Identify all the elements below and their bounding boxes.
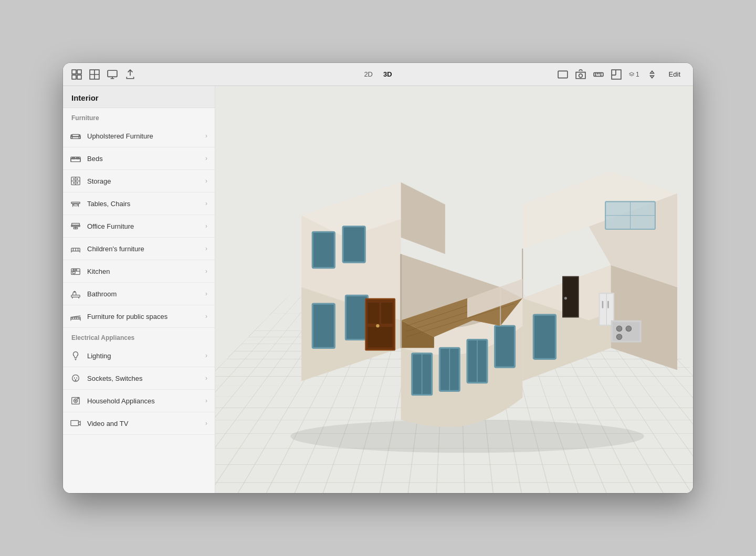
sidebar-item-lighting[interactable]: Lighting ›: [63, 345, 215, 367]
svg-rect-128: [563, 277, 578, 317]
svg-rect-108: [343, 227, 365, 262]
edit-button[interactable]: Edit: [665, 69, 685, 79]
chevron-icon: ›: [205, 177, 207, 185]
svg-rect-10: [558, 71, 568, 78]
svg-rect-1: [77, 70, 81, 74]
children-icon: [69, 242, 82, 255]
sidebar-item-children[interactable]: Children's furniture ›: [63, 238, 215, 260]
svg-point-137: [616, 326, 622, 332]
layers-icon[interactable]: 1: [629, 69, 639, 80]
sidebar-header: Interior: [63, 86, 215, 108]
svg-marker-105: [401, 183, 445, 254]
sockets-icon: [69, 372, 82, 384]
svg-rect-0: [72, 70, 76, 74]
svg-point-36: [77, 183, 78, 184]
table-icon: [69, 197, 82, 210]
video-icon: [69, 417, 82, 430]
svg-point-34: [74, 183, 75, 184]
bathroom-label: Bathroom: [87, 290, 200, 298]
upholstered-label: Upholstered Furniture: [87, 132, 200, 140]
lighting-icon: [69, 349, 82, 362]
svg-rect-125: [368, 327, 393, 347]
svg-point-73: [75, 380, 76, 381]
chevron-icon: ›: [205, 245, 207, 252]
appliances-icon: [69, 394, 82, 407]
grid-icon[interactable]: [71, 69, 82, 80]
view-3d-button[interactable]: 3D: [380, 69, 395, 79]
sort-icon[interactable]: [647, 69, 657, 80]
sidebar-item-upholstered[interactable]: Upholstered Furniture ›: [63, 125, 215, 147]
chevron-icon: ›: [205, 420, 207, 427]
svg-point-53: [73, 269, 75, 271]
tables-label: Tables, Chairs: [87, 200, 200, 208]
monitor-icon[interactable]: [107, 69, 118, 80]
measure-icon[interactable]: [593, 69, 604, 80]
svg-point-54: [76, 269, 77, 271]
svg-point-76: [75, 400, 77, 402]
sidebar-item-appliances[interactable]: Household Appliances ›: [63, 390, 215, 412]
svg-rect-3: [77, 75, 81, 79]
svg-point-75: [74, 399, 77, 402]
chevron-icon: ›: [205, 313, 207, 320]
toolbar-right: 1 Edit: [404, 69, 685, 80]
video-label: Video and TV: [87, 420, 200, 427]
camera-icon[interactable]: [575, 69, 586, 80]
svg-rect-2: [72, 75, 76, 79]
svg-rect-83: [312, 304, 334, 348]
storage-label: Storage: [87, 177, 200, 185]
svg-rect-55: [73, 272, 76, 274]
chevron-icon: ›: [205, 397, 207, 404]
floor-plan-icon[interactable]: [611, 69, 622, 80]
section-furniture-label: Furniture: [63, 108, 215, 125]
sidebar-item-bathroom[interactable]: Bathroom ›: [63, 283, 215, 305]
sidebar-item-beds[interactable]: Beds ›: [63, 147, 215, 170]
sidebar-item-kitchen[interactable]: Kitchen ›: [63, 260, 215, 283]
svg-rect-17: [612, 70, 621, 79]
svg-rect-124: [381, 303, 393, 324]
sockets-label: Sockets, Switches: [87, 375, 200, 382]
toolbar-left: [71, 69, 352, 80]
sidebar-item-public[interactable]: Furniture for public spaces ›: [63, 305, 215, 328]
sidebar-item-tables[interactable]: Tables, Chairs ›: [63, 193, 215, 215]
svg-rect-37: [71, 202, 80, 204]
svg-rect-123: [368, 303, 380, 324]
svg-point-35: [77, 178, 78, 179]
svg-rect-101: [533, 315, 555, 359]
svg-point-40: [73, 204, 78, 206]
view-2d-button[interactable]: 2D: [361, 69, 376, 79]
svg-rect-84: [345, 295, 368, 339]
sidebar: Interior Furniture Upholstered Furniture…: [63, 86, 215, 493]
svg-rect-7: [108, 70, 117, 77]
sidebar-item-office[interactable]: Office Furniture ›: [63, 215, 215, 238]
appliances-label: Household Appliances: [87, 397, 200, 405]
svg-rect-96: [495, 326, 515, 367]
share-icon[interactable]: [125, 69, 135, 80]
svg-point-129: [564, 297, 567, 300]
svg-line-57: [72, 297, 73, 298]
svg-point-126: [376, 324, 379, 327]
sidebar-item-sockets[interactable]: Sockets, Switches ›: [63, 367, 215, 390]
canvas-area[interactable]: [215, 86, 693, 493]
svg-point-77: [78, 398, 79, 399]
bathroom-icon: [69, 287, 82, 300]
sidebar-item-storage[interactable]: Storage ›: [63, 170, 215, 193]
floor-icon[interactable]: [89, 69, 100, 80]
sidebar-item-video[interactable]: Video and TV ›: [63, 412, 215, 435]
children-label: Children's furniture: [87, 245, 200, 253]
lighting-label: Lighting: [87, 352, 200, 360]
kitchen-icon: [69, 265, 82, 277]
chevron-icon: ›: [205, 375, 207, 382]
public-label: Furniture for public spaces: [87, 313, 200, 320]
storage-icon: [69, 175, 82, 187]
svg-point-59: [74, 291, 75, 292]
view-rect-icon[interactable]: [558, 69, 568, 80]
public-icon: [69, 310, 82, 323]
office-icon: [69, 220, 82, 232]
chevron-icon: ›: [205, 268, 207, 275]
toolbar: 2D 3D: [63, 63, 693, 86]
bed-icon: [69, 152, 82, 165]
svg-point-139: [616, 334, 622, 340]
svg-point-11: [579, 73, 582, 77]
chevron-icon: ›: [205, 352, 207, 359]
chevron-icon: ›: [205, 222, 207, 230]
